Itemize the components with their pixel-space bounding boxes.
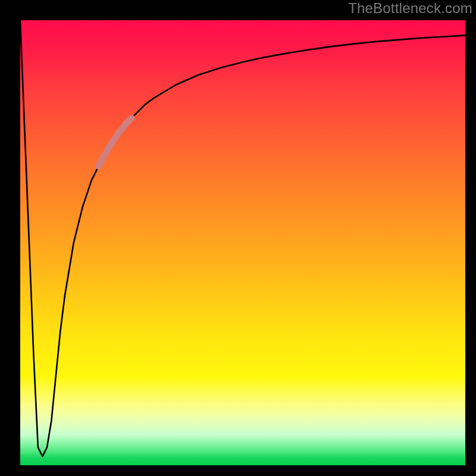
highlight-segment [105,118,131,155]
plot-area [20,20,465,465]
watermark-text: TheBottleneck.com [348,0,472,17]
bottleneck-curve [20,20,465,456]
highlight-dot [99,156,104,166]
curve-svg [20,20,465,465]
chart-frame: TheBottleneck.com [0,0,476,476]
